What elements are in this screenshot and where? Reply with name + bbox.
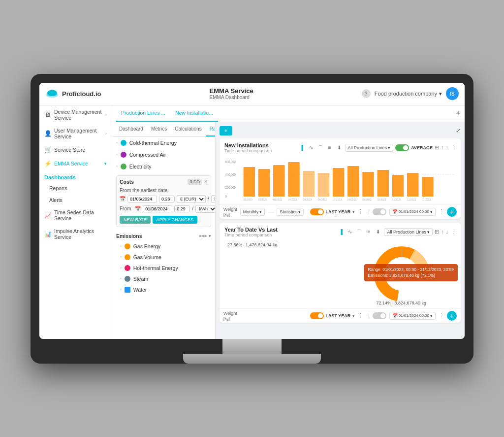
average-toggle-1[interactable]	[395, 144, 409, 151]
last-year-toggle-1[interactable]	[310, 208, 324, 215]
move-down-icon-2[interactable]: ↓	[446, 229, 449, 235]
sidebar-section-dashboards[interactable]: Dashboards	[39, 170, 112, 182]
table-icon[interactable]: ≡	[326, 144, 334, 152]
legend1-pct: 27.86%	[227, 242, 243, 247]
emissions-more-icon[interactable]: ▾	[209, 234, 211, 238]
costs-date-input-2[interactable]	[143, 205, 172, 212]
sidebar-item-timeseries[interactable]: 📈 Time Series Data Service	[39, 206, 112, 225]
tab-new-installation[interactable]: New Installatio...	[170, 105, 218, 122]
energy-item-cold-thermal[interactable]: › Cold-thermal Energy	[112, 137, 215, 149]
bar-chart-icon-2[interactable]: ▐	[337, 228, 345, 236]
sidebar-sub-alerts[interactable]: Alerts	[39, 194, 112, 206]
costs-row-1: From the earliest date	[120, 188, 208, 193]
export-icon-2[interactable]: ⬇	[374, 228, 382, 236]
energy-item-electricity[interactable]: › Electricity	[112, 161, 215, 172]
emissions-item-steam[interactable]: › Steam	[112, 273, 215, 284]
fullscreen-button[interactable]: ⤢	[456, 127, 461, 134]
emissions-item-hot-thermal[interactable]: › Hot-thermal Energy	[112, 263, 215, 273]
monthly-filter-1[interactable]: Monthly ▾	[240, 208, 265, 216]
date-filter-2[interactable]: 📅 01/01/2024 00:00 ▾	[389, 312, 436, 320]
sidebar-item-impulse[interactable]: 📊 Impulse Analytics Service	[39, 225, 112, 243]
date-filter-1[interactable]: 📅 01/01/2024 00:00 ▾	[389, 208, 436, 216]
statistics-filter-1[interactable]: Statistics ▾	[277, 208, 304, 216]
table-icon-2[interactable]: ≡	[365, 228, 373, 236]
costs-currency-select[interactable]: € (EUR)	[177, 195, 206, 203]
inner-layout: Dashboard Metrics Calculations Rates › C…	[112, 122, 465, 339]
add-datasource-button-2[interactable]: +	[447, 311, 457, 321]
tab-dashboard[interactable]: Dashboard	[115, 122, 147, 136]
legend2-val: 3,824,678.40 kg	[394, 301, 426, 305]
more-icon-bottom-2[interactable]: ⋮	[358, 312, 363, 319]
from-earliest-label: From the earliest date	[120, 188, 167, 193]
emissions-item-gas-energy[interactable]: › Gas Energy	[112, 241, 215, 252]
svg-text:0: 0	[225, 194, 227, 198]
line-chart-icon[interactable]: ∿	[307, 144, 315, 152]
area-chart-icon-2[interactable]: ⌒	[355, 228, 363, 236]
tab-metrics[interactable]: Metrics	[147, 122, 171, 136]
sidebar-item-device-management[interactable]: 🖥 Device Management Service ›	[39, 105, 112, 124]
emissions-filter-icon[interactable]: ≡≡≡	[199, 234, 207, 238]
costs-price-input-1[interactable]	[159, 196, 175, 202]
chart-type-icons-2: ▐ ∿ ⌒ ≡ ⬇	[337, 228, 382, 236]
costs-box: Costs 3 DD ✕ From the earliest date	[116, 175, 211, 227]
move-up-icon-1[interactable]: ↑	[441, 144, 444, 151]
date-toggle-1[interactable]	[373, 208, 386, 215]
production-lines-filter-1[interactable]: All Production Lines ▾	[345, 144, 394, 152]
bar-chart-icon[interactable]: ▐	[298, 144, 306, 152]
svg-text:200,000: 200,000	[225, 185, 236, 189]
production-lines-filter-2[interactable]: All Production Lines ▾	[384, 228, 433, 236]
widget2-title-bar: Year To Date Vs Last Time period compari…	[220, 223, 461, 239]
add-tab-button[interactable]: +	[455, 108, 461, 119]
emissions-item-gas-volume[interactable]: › Gas Volume	[112, 252, 215, 263]
screenshot-icon-1[interactable]: ⊞	[435, 144, 439, 151]
sidebar-item-emma[interactable]: ⚡ EMMA Service ▾	[39, 157, 112, 170]
svg-text:600,000: 600,000	[225, 160, 236, 164]
tab-calculations[interactable]: Calculations	[171, 122, 205, 136]
costs-date-input-1[interactable]	[127, 196, 157, 202]
donut-legend-1: 27.86% 1,476,824.04 kg	[227, 242, 278, 247]
logo-text: Proficloud.io	[62, 90, 101, 98]
move-up-icon-2[interactable]: ↑	[441, 229, 444, 235]
emissions-item-water[interactable]: › Water	[112, 284, 215, 295]
tab-rates[interactable]: Rates	[206, 122, 216, 136]
impulse-icon: 📊	[44, 231, 51, 237]
move-down-icon-1[interactable]: ↓	[446, 144, 449, 151]
more-icon-bottom-1[interactable]: ⋮	[358, 208, 363, 215]
svg-text:10/2023: 10/2023	[378, 198, 386, 201]
last-year-toggle-2[interactable]	[310, 312, 324, 319]
costs-unit-select-1[interactable]: kWh	[211, 195, 216, 203]
more-icon-date-1[interactable]: ⋮	[439, 208, 444, 215]
new-widget-button[interactable]: +	[220, 126, 232, 135]
sidebar-item-user-management[interactable]: 👤 User Management Service ›	[39, 124, 112, 143]
widgets-area: + ⤢ New Installations Time	[216, 122, 465, 339]
more-icon-date-2[interactable]: ⋮	[439, 312, 444, 319]
date-toggle-2[interactable]	[373, 312, 386, 319]
user-mgmt-icon: 👤	[44, 130, 51, 137]
new-rate-button[interactable]: NEW RATE	[120, 216, 151, 224]
store-icon: 🛒	[44, 146, 51, 153]
line-chart-icon-2[interactable]: ∿	[346, 228, 354, 236]
energy-item-compressed-air[interactable]: › Compressed Air	[112, 149, 215, 161]
costs-row-from-2: From 📅 / kWh ⋮	[120, 205, 208, 213]
area-chart-icon[interactable]: ⌒	[316, 144, 324, 152]
company-selector[interactable]: Food production company ▾	[375, 91, 442, 97]
sidebar-item-service-store[interactable]: 🛒 Service Store	[39, 143, 112, 157]
monitor-outer: Proficloud.io EMMA Service EMMA Dashboar…	[31, 74, 473, 364]
help-button[interactable]: ?	[362, 89, 371, 98]
costs-unit-select-2[interactable]: kWh	[195, 205, 216, 213]
add-datasource-button-1[interactable]: +	[447, 207, 457, 217]
more-icon-2[interactable]: ⋮	[450, 229, 456, 235]
costs-price-input-2[interactable]	[174, 205, 190, 212]
steam-dot	[125, 276, 130, 282]
cold-thermal-dot	[121, 140, 126, 146]
apply-changes-button[interactable]: APPLY CHANGES	[153, 216, 197, 224]
costs-close-icon[interactable]: ✕	[204, 179, 208, 184]
expand-arrow-compressed: ›	[116, 152, 118, 157]
more-icon-1[interactable]: ⋮	[450, 144, 456, 151]
top-bar: Proficloud.io EMMA Service EMMA Dashboar…	[39, 83, 465, 105]
sidebar-sub-reports[interactable]: Reports	[39, 182, 112, 194]
screenshot-icon-2[interactable]: ⊞	[435, 229, 439, 235]
export-icon[interactable]: ⬇	[335, 144, 343, 152]
tab-production-lines[interactable]: Production Lines ...	[116, 105, 170, 122]
svg-text:08/2023: 08/2023	[347, 198, 356, 201]
